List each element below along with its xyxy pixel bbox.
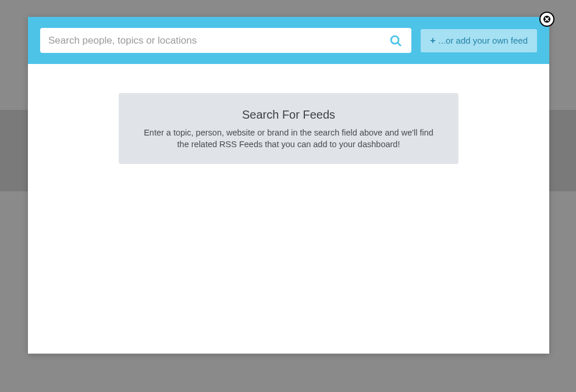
add-feed-label: ...or add your own feed [439,35,528,45]
add-own-feed-button[interactable]: + ...or add your own feed [421,29,537,52]
search-input[interactable] [40,28,411,53]
svg-line-1 [397,42,400,45]
close-icon [543,15,551,23]
feed-search-modal: + ...or add your own feed Search For Fee… [28,17,549,354]
search-container [40,28,411,53]
modal-header: + ...or add your own feed [28,17,549,64]
info-text: Enter a topic, person, website or brand … [143,127,434,150]
close-button[interactable] [539,12,554,27]
search-icon [389,34,402,47]
info-title: Search For Feeds [136,108,441,122]
plus-icon: + [430,35,435,46]
info-box: Search For Feeds Enter a topic, person, … [119,93,458,164]
search-button[interactable] [387,32,404,49]
modal-body: Search For Feeds Enter a topic, person, … [28,64,549,164]
